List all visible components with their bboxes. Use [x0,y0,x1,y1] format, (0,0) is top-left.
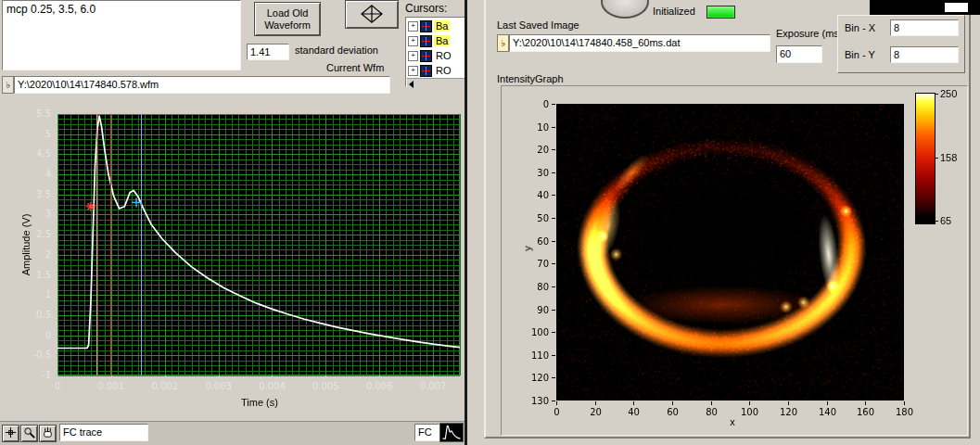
cursor-list-item[interactable]: + RO [407,63,465,78]
bin-settings-panel: Bin - X 8 Bin - Y 8 [837,15,965,73]
initialized-label: Initialized [653,6,695,17]
intensity-y-axis-label: y [522,246,533,251]
cursor-list-item[interactable]: + Ba [407,19,465,33]
diamond-button[interactable] [345,0,399,29]
panel-divider [465,0,467,445]
cursors-title: Cursors: [405,2,465,15]
std-dev-label: standard deviation [295,44,378,56]
crosshair-icon [4,430,18,441]
notes-text: mcp 0.25, 3.5, 6.0 [3,1,240,18]
legend-name-box[interactable]: FC [414,424,439,441]
cursor-list: + Ba + Ba + RO + RO [405,17,465,87]
cursor-item-label: Ba [434,35,450,46]
cursor-color-icon [420,65,432,77]
bin-x-label: Bin - X [845,22,875,33]
waveform-x-axis-label: Time (s) [213,397,306,408]
cursors-panel: Cursors: + Ba + Ba + RO + [405,2,465,87]
std-dev-value[interactable]: 1.41 [247,44,289,60]
app-window: mcp 0.25, 3.5, 6.0 Load Old Waveform 1.4… [0,0,980,445]
scroll-left-icon[interactable] [409,81,414,88]
cursor-item-label: Ba [434,20,450,32]
path-icon[interactable]: ♭ [2,76,14,94]
titlebar-box-fragment [945,3,968,12]
color-ramp [915,93,935,224]
bin-x-field[interactable]: 8 [890,19,959,36]
cursor-color-icon [420,35,432,47]
colorbar-tick [935,94,938,95]
colorbar-min-label: 65 [940,215,951,226]
colorbar-mid-label: 158 [940,152,957,163]
zoom-tool-button[interactable] [20,425,38,442]
cursor-color-icon [420,50,432,62]
colorbar-tick [935,158,938,159]
trace-name-box[interactable]: FC trace [59,424,148,441]
expander-icon[interactable]: + [408,51,418,61]
cursor-tool-button[interactable] [2,425,19,442]
hand-icon [41,430,55,441]
exposure-label: Exposure (ms) [776,28,843,39]
waveform-legend-icon [440,432,463,443]
notes-box[interactable]: mcp 0.25, 3.5, 6.0 [2,0,241,70]
last-saved-label: Last Saved Image [497,19,579,31]
intensity-x-axis-label: x [714,416,751,427]
expander-icon[interactable]: + [408,21,418,32]
exposure-field[interactable]: 60 [776,45,822,63]
image-path-field[interactable]: Y:\2020\10\14\174840.458_60ms.dat [509,34,770,52]
waveform-toolbar: FC trace FC [0,421,465,445]
bin-y-label: Bin - Y [845,49,875,60]
path-icon[interactable]: ♭ [497,34,509,52]
cursor-item-label: RO [434,65,453,76]
cursor-list-item[interactable]: + RO [407,48,465,63]
titlebar-fragment [870,0,980,15]
cursor-color-icon [420,20,432,32]
expander-icon[interactable]: + [408,66,418,76]
cursor-list-item[interactable]: + Ba [407,33,465,48]
waveform-y-axis-label: Amplitude (V) [20,180,32,310]
wfm-path-field[interactable]: Y:\2020\10\14\174840.578.wfm [14,76,390,94]
waveform-graph[interactable] [0,104,464,425]
cursor-item-label: RO [434,50,453,61]
current-wfm-label: Current Wfm [326,62,384,73]
initialized-led [706,6,735,19]
expander-icon[interactable]: + [408,36,418,46]
pan-tool-button[interactable] [39,425,57,442]
bin-y-field[interactable]: 8 [890,46,959,63]
diamond-icon [359,15,385,26]
intensity-graph[interactable] [505,88,932,424]
colorbar-max-label: 250 [940,88,957,99]
load-old-waveform-button[interactable]: Load Old Waveform [254,2,321,36]
legend-plot-swatch[interactable] [439,423,464,442]
intensity-graph-title: IntensityGraph [497,73,564,84]
magnifier-icon [22,430,36,441]
colorbar-tick [935,221,938,222]
